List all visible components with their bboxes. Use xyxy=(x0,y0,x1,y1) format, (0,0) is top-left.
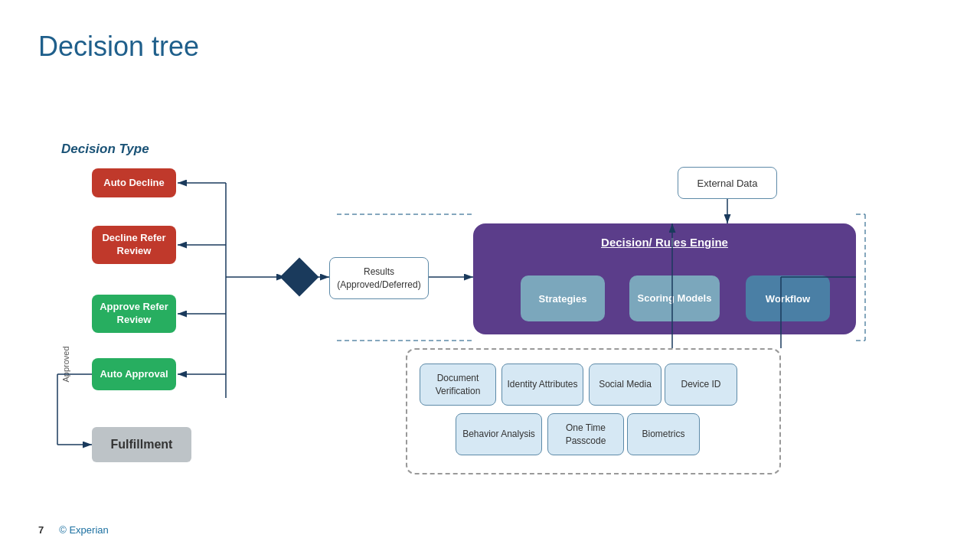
footer-page-number: 7 xyxy=(38,524,44,536)
decline-refer-box: Decline Refer Review xyxy=(92,226,176,264)
doc-verification-box: Document Verification xyxy=(420,364,496,406)
decision-diamond xyxy=(280,258,319,297)
decision-type-label: Decision Type xyxy=(61,142,149,157)
behavior-analysis-box: Behavior Analysis xyxy=(456,413,542,455)
external-data-box: External Data xyxy=(678,167,777,199)
footer: 7 © Experian xyxy=(38,524,109,536)
approve-refer-box: Approve Refer Review xyxy=(92,295,176,333)
social-media-box: Social Media xyxy=(589,364,662,406)
one-time-passcode-box: One Time Passcode xyxy=(547,413,624,455)
results-box: Results (Approved/Deferred) xyxy=(329,257,429,299)
fulfillment-box: Fulfillment xyxy=(92,427,191,462)
workflow-box: Workflow xyxy=(746,276,830,321)
identity-attributes-box: Identity Attributes xyxy=(501,364,583,406)
biometrics-box: Biometrics xyxy=(627,413,700,455)
footer-brand: © Experian xyxy=(59,524,109,536)
engine-title: Decision/ Rules Engine xyxy=(473,236,856,249)
auto-approval-box: Auto Approval xyxy=(92,358,176,390)
device-id-box: Device ID xyxy=(665,364,737,406)
page-title: Decision tree xyxy=(38,31,199,63)
approved-label: Approved xyxy=(61,346,70,382)
auto-decline-box: Auto Decline xyxy=(92,168,176,197)
scoring-models-box: Scoring Models xyxy=(629,276,720,321)
strategies-box: Strategies xyxy=(521,276,605,321)
